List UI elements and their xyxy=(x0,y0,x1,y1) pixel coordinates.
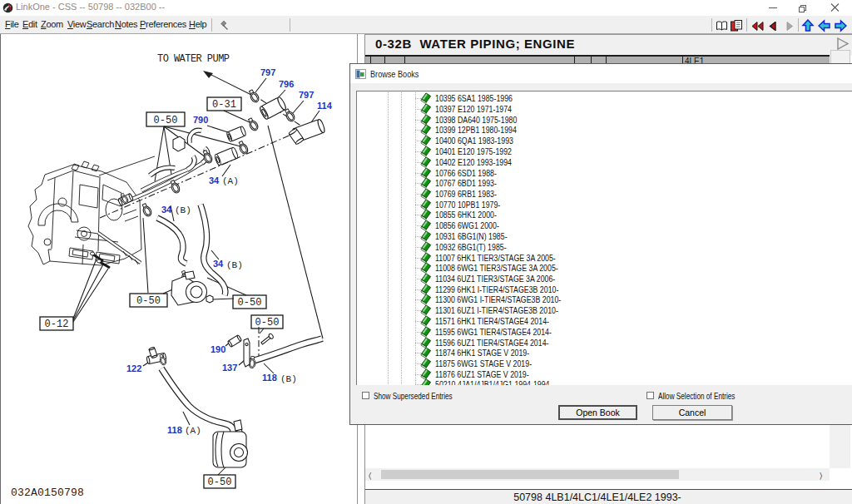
svg-text:797: 797 xyxy=(299,90,314,100)
svg-text:(A): (A) xyxy=(222,176,239,186)
svg-text:(A): (A) xyxy=(185,426,201,436)
svg-text:137: 137 xyxy=(222,363,237,373)
svg-text:(B): (B) xyxy=(226,260,243,270)
svg-text:(B): (B) xyxy=(280,374,297,384)
svg-text:797: 797 xyxy=(260,67,275,77)
svg-text:0-50: 0-50 xyxy=(154,115,178,126)
svg-text:0-31: 0-31 xyxy=(212,99,236,111)
svg-text:032A0150798: 032A0150798 xyxy=(11,487,84,499)
svg-text:0-50: 0-50 xyxy=(255,317,280,329)
svg-text:790: 790 xyxy=(193,115,208,125)
svg-text:0-50: 0-50 xyxy=(136,295,161,307)
svg-text:796: 796 xyxy=(279,79,294,89)
svg-text:190: 190 xyxy=(211,344,225,354)
svg-text:118: 118 xyxy=(167,425,182,435)
svg-text:(B): (B) xyxy=(175,205,191,215)
svg-text:0-50: 0-50 xyxy=(208,477,232,488)
svg-text:0-50: 0-50 xyxy=(238,297,262,309)
svg-text:118: 118 xyxy=(262,373,277,383)
svg-text:34: 34 xyxy=(213,259,224,269)
svg-text:34: 34 xyxy=(209,175,220,185)
svg-text:114: 114 xyxy=(317,101,333,111)
svg-text:TO WATER PUMP: TO WATER PUMP xyxy=(157,53,230,65)
svg-text:122: 122 xyxy=(126,363,141,373)
svg-text:0-12: 0-12 xyxy=(45,319,69,330)
